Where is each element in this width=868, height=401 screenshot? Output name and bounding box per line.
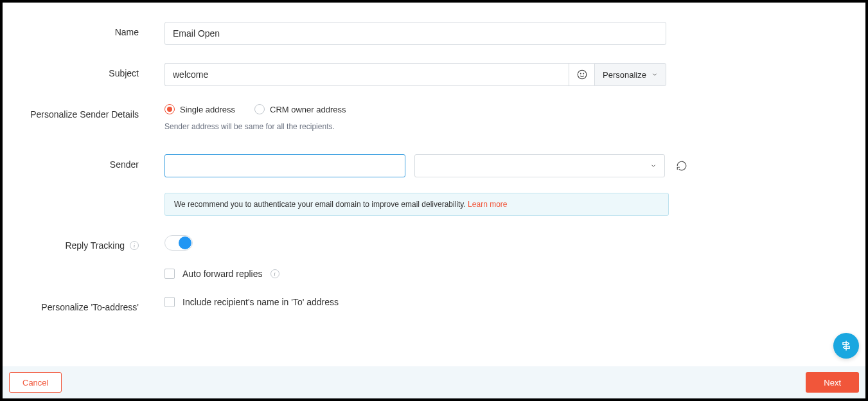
radio-single-address[interactable]: Single address	[164, 104, 235, 114]
banner-text: We recommend you to authenticate your em…	[174, 200, 468, 209]
label-reply-tracking: Reply Tracking i	[3, 235, 164, 251]
smiley-icon	[576, 69, 588, 80]
radio-single-label: Single address	[180, 105, 235, 114]
include-recipient-label: Include recipient's name in 'To' address	[182, 297, 339, 307]
next-button[interactable]: Next	[806, 372, 859, 393]
refresh-sender-button[interactable]	[674, 158, 689, 174]
svg-point-2	[583, 73, 583, 74]
reply-tracking-toggle[interactable]	[164, 235, 193, 251]
svg-point-0	[578, 70, 587, 79]
info-icon[interactable]: i	[130, 241, 139, 250]
row-subject: Subject Personalize	[3, 63, 865, 86]
sender-type-radio-group: Single address CRM owner address	[164, 104, 666, 114]
include-recipient-checkbox[interactable]	[164, 297, 175, 307]
row-reply-tracking: Reply Tracking i	[3, 235, 865, 251]
radio-crm-owner[interactable]: CRM owner address	[254, 104, 346, 114]
personalize-button-label: Personalize	[603, 70, 646, 80]
personalize-button[interactable]: Personalize	[594, 63, 666, 86]
name-input[interactable]	[164, 22, 666, 45]
label-personalize-sender: Personalize Sender Details	[3, 104, 164, 120]
chevron-down-icon	[650, 163, 657, 169]
info-icon[interactable]: i	[270, 269, 279, 278]
toggle-knob	[179, 236, 191, 249]
row-sender: Sender	[3, 154, 865, 216]
auto-forward-label: Auto forward replies	[182, 269, 263, 279]
sender-inputs	[164, 154, 827, 177]
label-personalize-to: Personalize 'To-address'	[3, 297, 164, 312]
help-fab[interactable]	[833, 333, 859, 359]
label-name: Name	[3, 22, 164, 37]
form-content: Name Subject	[3, 3, 865, 312]
auto-forward-checkbox[interactable]	[164, 269, 175, 279]
emoji-picker-button[interactable]	[569, 63, 594, 86]
row-personalize-to: Personalize 'To-address' Include recipie…	[3, 297, 865, 312]
label-subject: Subject	[3, 63, 164, 78]
radio-icon-unselected	[254, 104, 265, 114]
learn-more-link[interactable]: Learn more	[468, 200, 507, 209]
cancel-button[interactable]: Cancel	[9, 372, 62, 393]
include-recipient-checkbox-row: Include recipient's name in 'To' address	[164, 297, 666, 307]
svg-point-1	[580, 73, 581, 74]
auto-forward-checkbox-row: Auto forward replies i	[164, 269, 666, 279]
radio-crm-label: CRM owner address	[270, 105, 346, 114]
row-name: Name	[3, 22, 865, 45]
sender-helper-text: Sender address will be same for all the …	[164, 122, 666, 131]
subject-input[interactable]	[164, 63, 569, 86]
email-config-dialog: Name Subject	[0, 0, 868, 401]
sender-name-input[interactable]	[164, 154, 405, 177]
authenticate-domain-banner: We recommend you to authenticate your em…	[164, 193, 669, 216]
radio-icon-selected	[164, 104, 175, 114]
chevron-down-icon	[651, 71, 658, 78]
subject-input-group: Personalize	[164, 63, 666, 86]
signpost-icon	[840, 339, 853, 352]
label-sender: Sender	[3, 154, 164, 170]
row-auto-forward: Auto forward replies i	[3, 269, 865, 279]
row-sender-type: Personalize Sender Details Single addres…	[3, 104, 865, 131]
dialog-footer: Cancel Next	[3, 366, 865, 398]
sender-email-select[interactable]	[414, 154, 665, 177]
refresh-icon	[676, 160, 687, 172]
